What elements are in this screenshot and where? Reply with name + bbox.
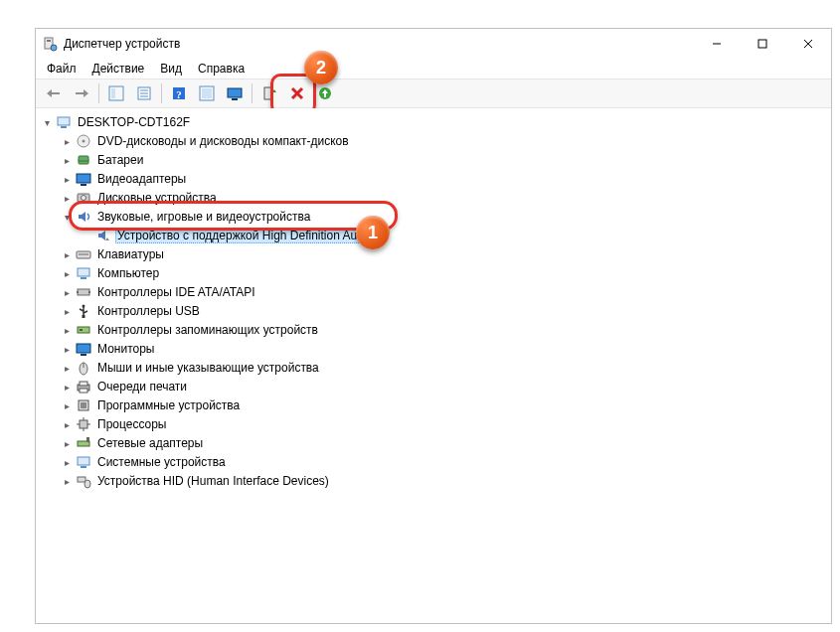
window-title: Диспетчер устройств — [64, 37, 180, 51]
tree-item-label: Программные устройства — [95, 397, 242, 413]
ide-controller-icon — [76, 284, 91, 300]
chevron-right-icon[interactable]: ▸ — [60, 436, 75, 451]
svg-marker-24 — [272, 89, 276, 92]
chevron-right-icon[interactable]: ▸ — [60, 285, 75, 300]
tree-item-label: Сетевые адаптеры — [95, 435, 205, 451]
svg-rect-35 — [77, 174, 90, 183]
svg-rect-10 — [76, 92, 84, 94]
svg-rect-21 — [228, 88, 242, 97]
svg-point-50 — [83, 305, 85, 308]
battery-icon — [76, 152, 91, 168]
svg-point-38 — [82, 196, 86, 201]
tree-item-label: Устройства HID (Human Interface Devices) — [95, 473, 331, 489]
tree-device-hd-audio[interactable]: Устройство с поддержкой High Definition … — [80, 227, 831, 244]
network-adapter-icon — [76, 435, 91, 451]
system-device-icon — [76, 454, 91, 470]
chevron-right-icon[interactable]: ▸ — [60, 172, 75, 187]
printer-icon — [76, 379, 91, 395]
tree-item-label: DVD-дисководы и дисководы компакт-дисков — [95, 133, 351, 149]
chevron-right-icon[interactable]: ▸ — [60, 398, 75, 413]
chevron-right-icon[interactable]: ▸ — [60, 474, 75, 489]
tree-category[interactable]: ▸Процессоры — [60, 415, 831, 433]
minimize-button[interactable] — [694, 29, 740, 59]
tree-category[interactable]: ▸Контроллеры IDE ATA/ATAPI — [60, 283, 831, 301]
menu-help[interactable]: Справка — [190, 60, 252, 78]
chevron-right-icon[interactable]: ▸ — [60, 417, 75, 432]
menu-view[interactable]: Вид — [152, 60, 190, 78]
tree-category[interactable]: ▸Мониторы — [60, 340, 831, 358]
tree-item-label: Мыши и иные указывающие устройства — [95, 360, 321, 376]
svg-rect-20 — [202, 88, 212, 98]
chevron-right-icon[interactable]: ▸ — [60, 361, 75, 376]
menu-file[interactable]: Файл — [39, 60, 84, 78]
svg-marker-7 — [47, 89, 52, 97]
svg-marker-9 — [84, 89, 88, 97]
chevron-down-icon[interactable]: ▾ — [60, 210, 75, 225]
tree-category[interactable]: ▸DVD-дисководы и дисководы компакт-диско… — [60, 132, 831, 150]
toolbar-back-button[interactable] — [41, 80, 67, 106]
tree-item-label: Очереди печати — [95, 379, 189, 395]
tree-category[interactable]: ▸Компьютер — [60, 264, 831, 282]
dvd-drive-icon — [76, 133, 91, 149]
chevron-right-icon[interactable]: ▸ — [60, 323, 75, 338]
tree-category-audio[interactable]: ▾Звуковые, игровые и видеоустройства — [60, 208, 831, 226]
tree-category[interactable]: ▸Дисковые устройства — [60, 189, 831, 207]
processor-icon — [76, 416, 91, 432]
svg-point-2 — [51, 45, 57, 51]
tree-item-label: Контроллеры запоминающих устройств — [95, 322, 320, 338]
tree-category[interactable]: ▸Системные устройства — [60, 453, 831, 471]
svg-rect-51 — [83, 315, 85, 318]
tree-category[interactable]: ▸Очереди печати — [60, 378, 831, 395]
computer-icon — [76, 265, 91, 281]
chevron-down-icon[interactable]: ▾ — [40, 115, 55, 130]
toolbar-update-driver-button[interactable] — [256, 80, 282, 106]
svg-rect-22 — [232, 98, 238, 100]
tree-category[interactable]: ▸Контроллеры USB — [60, 302, 831, 320]
menu-bar: Файл Действие Вид Справка — [36, 59, 831, 79]
tree-root[interactable]: ▾ DESKTOP-CDT162F — [40, 113, 831, 131]
chevron-right-icon[interactable]: ▸ — [60, 455, 75, 470]
chevron-right-icon[interactable]: ▸ — [60, 191, 75, 206]
tree-item-label: Дисковые устройства — [95, 190, 219, 206]
tree-category[interactable]: ▸Контроллеры запоминающих устройств — [60, 321, 831, 339]
chevron-right-icon[interactable]: ▸ — [60, 380, 75, 395]
toolbar-enable-button[interactable] — [312, 80, 338, 106]
app-icon — [42, 36, 58, 52]
tree-category[interactable]: ▸Программные устройства — [60, 396, 831, 414]
tree-category[interactable]: ▸Батареи — [60, 151, 831, 169]
tree-item-label: Контроллеры USB — [95, 303, 202, 319]
tree-category[interactable]: ▸Сетевые адаптеры — [60, 434, 831, 452]
device-tree[interactable]: ▾ DESKTOP-CDT162F ▸DVD-дисководы и диско… — [36, 108, 831, 623]
tree-category[interactable]: ▸Мыши и иные указывающие устройства — [60, 359, 831, 377]
chevron-right-icon[interactable]: ▸ — [60, 153, 75, 168]
chevron-right-icon[interactable]: ▸ — [60, 342, 75, 357]
toolbar-monitor-button[interactable] — [222, 80, 248, 106]
chevron-right-icon[interactable]: ▸ — [60, 304, 75, 319]
toolbar-help-button[interactable]: ? — [166, 80, 192, 106]
tree-item-label: Видеоадаптеры — [95, 171, 188, 187]
toolbar-uninstall-button[interactable] — [284, 80, 310, 106]
svg-rect-1 — [47, 40, 51, 42]
close-button[interactable] — [785, 29, 831, 59]
toolbar-scan-button[interactable] — [194, 80, 220, 106]
svg-rect-34 — [79, 156, 88, 161]
toolbar-properties-button[interactable] — [131, 80, 157, 106]
tree-item-label: Процессоры — [95, 416, 169, 432]
svg-rect-45 — [81, 277, 86, 279]
svg-text:?: ? — [176, 88, 182, 100]
chevron-right-icon[interactable]: ▸ — [60, 134, 75, 149]
menu-action[interactable]: Действие — [84, 60, 153, 78]
tree-category[interactable]: ▸Видеоадаптеры — [60, 170, 831, 188]
svg-rect-63 — [80, 420, 87, 428]
tree-category[interactable]: ▸Устройства HID (Human Interface Devices… — [60, 472, 831, 490]
tree-category[interactable]: ▸Клавиатуры — [60, 245, 831, 263]
toolbar-forward-button[interactable] — [69, 80, 94, 106]
toolbar-show-hide-tree-button[interactable] — [103, 80, 129, 106]
disk-drive-icon — [76, 190, 91, 206]
maximize-button[interactable] — [740, 29, 785, 59]
svg-rect-8 — [52, 92, 60, 94]
chevron-right-icon[interactable]: ▸ — [60, 266, 75, 281]
svg-rect-72 — [78, 477, 85, 482]
chevron-right-icon[interactable]: ▸ — [60, 247, 75, 262]
svg-rect-55 — [81, 354, 86, 356]
